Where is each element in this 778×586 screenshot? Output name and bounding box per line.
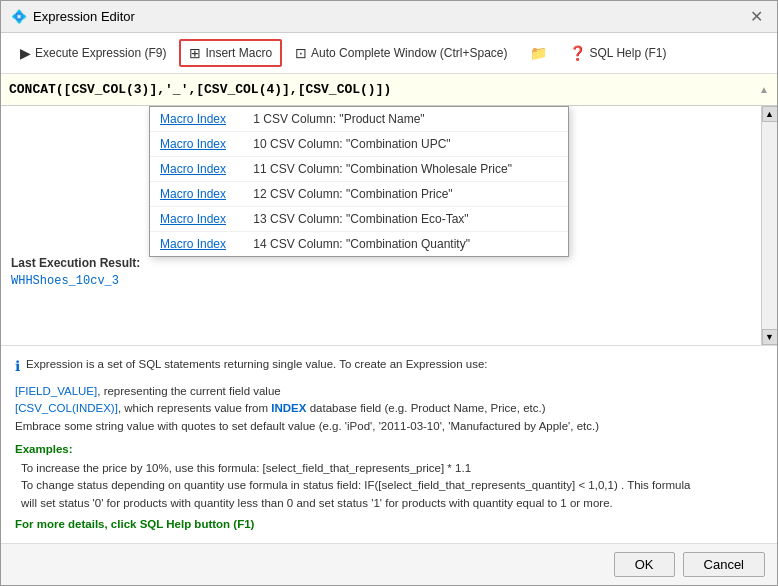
macro-dropdown-row[interactable]: Macro Index 12 CSV Column: "Combination … — [150, 182, 568, 207]
execute-button[interactable]: ▶ Execute Expression (F9) — [11, 40, 175, 66]
macro-index-label[interactable]: Macro Index — [160, 237, 250, 251]
info-title-row: ℹ Expression is a set of SQL statements … — [15, 356, 763, 377]
csv-col-desc2: database field (e.g. Product Name, Price… — [306, 402, 545, 414]
macro-dropdown-row[interactable]: Macro Index 1 CSV Column: "Product Name" — [150, 107, 568, 132]
example2-pre: To change status depending on quantity u… — [21, 477, 763, 494]
autocomplete-button[interactable]: ⊡ Auto Complete Window (Ctrl+Space) — [286, 40, 516, 66]
execution-section: Last Execution Result: WHHShoes_10cv_3 — [11, 256, 751, 288]
macro-desc-text: 10 CSV Column: "Combination UPC" — [250, 137, 451, 151]
example2-cont: will set status '0' for products with qu… — [21, 495, 763, 512]
autocomplete-label: Auto Complete Window (Ctrl+Space) — [311, 46, 507, 60]
folder-icon: 📁 — [530, 45, 547, 61]
macro-index-label[interactable]: Macro Index — [160, 187, 250, 201]
macro-icon: ⊞ — [189, 45, 201, 61]
examples-section: Examples: To increase the price by 10%, … — [15, 441, 763, 512]
macro-dropdown-row[interactable]: Macro Index 13 CSV Column: "Combination … — [150, 207, 568, 232]
macro-dropdown-row[interactable]: Macro Index 10 CSV Column: "Combination … — [150, 132, 568, 157]
sql-help-label: SQL Help (F1) — [590, 46, 667, 60]
macro-desc-text: 14 CSV Column: "Combination Quantity" — [250, 237, 470, 251]
folder-button[interactable]: 📁 — [521, 40, 556, 66]
title-bar: 💠 Expression Editor ✕ — [1, 1, 777, 33]
macro-index-label[interactable]: Macro Index — [160, 162, 250, 176]
macro-desc-text: 1 CSV Column: "Product Name" — [250, 112, 425, 126]
autocomplete-icon: ⊡ — [295, 45, 307, 61]
example1: To increase the price by 10%, use this f… — [21, 460, 763, 477]
info-icon: ℹ — [15, 356, 20, 377]
expression-bar: CONCAT([CSV_COL(3)],'_',[CSV_COL(4)],[CS… — [1, 74, 777, 106]
insert-macro-button[interactable]: ⊞ Insert Macro — [179, 39, 282, 67]
execution-label: Last Execution Result: — [11, 256, 751, 270]
field-value-label: [FIELD_VALUE] — [15, 385, 97, 397]
play-icon: ▶ — [20, 45, 31, 61]
dialog-title: Expression Editor — [33, 9, 135, 24]
help-icon: ❓ — [569, 45, 586, 61]
expression-text[interactable]: CONCAT([CSV_COL(3)],'_',[CSV_COL(4)],[CS… — [9, 82, 755, 97]
macro-dropdown-row[interactable]: Macro Index 11 CSV Column: "Combination … — [150, 157, 568, 182]
execution-result: WHHShoes_10cv_3 — [11, 274, 751, 288]
macro-index-label[interactable]: Macro Index — [160, 137, 250, 151]
macro-desc-text: 13 CSV Column: "Combination Eco-Tax" — [250, 212, 469, 226]
expression-editor-dialog: 💠 Expression Editor ✕ ▶ Execute Expressi… — [0, 0, 778, 586]
left-panel: Macro Index 1 CSV Column: "Product Name"… — [1, 106, 761, 345]
title-bar-left: 💠 Expression Editor — [11, 9, 135, 25]
info-csv-col-row: [CSV_COL(INDEX)], which represents value… — [15, 400, 763, 417]
info-description: Expression is a set of SQL statements re… — [26, 356, 488, 373]
macro-desc-text: 11 CSV Column: "Combination Wholesale Pr… — [250, 162, 512, 176]
insert-macro-label: Insert Macro — [205, 46, 272, 60]
sql-help-button[interactable]: ❓ SQL Help (F1) — [560, 40, 676, 66]
string-advice: Embrace some string value with quotes to… — [15, 418, 763, 435]
examples-title: Examples: — [15, 441, 763, 458]
info-field-value-row: [FIELD_VALUE], representing the current … — [15, 383, 763, 400]
app-icon: 💠 — [11, 9, 27, 25]
toolbar: ▶ Execute Expression (F9) ⊞ Insert Macro… — [1, 33, 777, 74]
footer: OK Cancel — [1, 543, 777, 585]
scroll-down-arrow[interactable]: ▼ — [762, 329, 778, 345]
macro-dropdown: Macro Index 1 CSV Column: "Product Name"… — [149, 106, 569, 257]
csv-col-desc: , which represents value from — [118, 402, 271, 414]
macro-dropdown-row[interactable]: Macro Index 14 CSV Column: "Combination … — [150, 232, 568, 256]
scroll-indicator: ▲ — [759, 84, 769, 95]
scroll-up-arrow[interactable]: ▲ — [762, 106, 778, 122]
csv-col-index: INDEX — [271, 402, 306, 414]
main-content: Macro Index 1 CSV Column: "Product Name"… — [1, 106, 777, 345]
macro-desc-text: 12 CSV Column: "Combination Price" — [250, 187, 453, 201]
close-button[interactable]: ✕ — [746, 7, 767, 26]
ok-button[interactable]: OK — [614, 552, 675, 577]
vertical-scrollbar: ▲ ▼ — [761, 106, 777, 345]
info-section: ℹ Expression is a set of SQL statements … — [1, 345, 777, 543]
csv-col-label: [CSV_COL(INDEX)] — [15, 402, 118, 414]
macro-index-label[interactable]: Macro Index — [160, 212, 250, 226]
more-details: For more details, click SQL Help button … — [15, 516, 763, 533]
cancel-button[interactable]: Cancel — [683, 552, 765, 577]
macro-index-label[interactable]: Macro Index — [160, 112, 250, 126]
field-value-desc: , representing the current field value — [97, 385, 280, 397]
execute-label: Execute Expression (F9) — [35, 46, 166, 60]
